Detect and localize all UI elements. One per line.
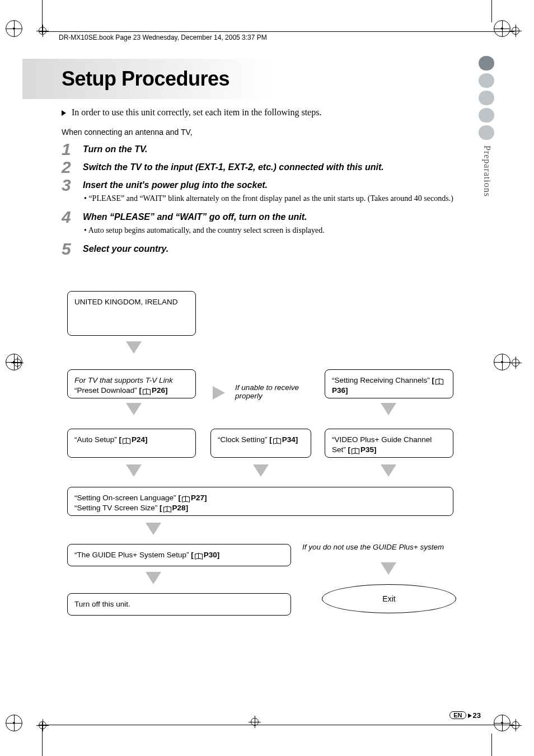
arrow-down-icon xyxy=(126,403,142,415)
section-tab-stack xyxy=(479,56,494,143)
triangle-right-icon xyxy=(468,713,472,718)
page-title: Setup Procedures xyxy=(62,67,229,91)
flow-preset-download-text: “Preset Download” xyxy=(74,386,137,395)
flowchart: UNITED KINGDOM, IRELAND For TV that supp… xyxy=(67,291,467,627)
page-header: DR-MX10SE.book Page 23 Wednesday, Decemb… xyxy=(59,34,267,41)
section-tab-icon xyxy=(479,108,494,123)
book-icon xyxy=(195,552,203,558)
crosshair-icon xyxy=(509,356,522,369)
title-band: Setup Procedures xyxy=(22,59,478,99)
arrow-down-icon xyxy=(381,403,396,415)
flow-guide-text: “The GUIDE Plus+ System Setup” xyxy=(74,551,189,559)
section-tab-icon xyxy=(479,56,494,71)
crosshair-icon xyxy=(36,25,49,37)
registration-mark-icon xyxy=(494,354,510,370)
flow-clock-box: “Clock Setting” [P34] xyxy=(210,429,311,458)
book-icon xyxy=(163,505,171,511)
step-title: When “PLEASE” and “WAIT” go off, turn on… xyxy=(83,212,472,222)
step-number: 5 xyxy=(62,240,71,259)
flow-country-text: UNITED KINGDOM, IRELAND xyxy=(74,298,178,306)
registration-mark-icon xyxy=(6,715,22,731)
book-icon xyxy=(352,447,359,453)
step-title: Turn on the TV. xyxy=(83,144,472,154)
step-body: “PLEASE” and “WAIT” blink alternately on… xyxy=(83,194,472,204)
step-title: Switch the TV to the input (EXT-1, EXT-2… xyxy=(83,162,472,172)
flow-auto-setup-text: “Auto Setup” xyxy=(74,435,117,444)
flow-exit-text: Exit xyxy=(382,594,395,603)
section-tab-icon xyxy=(479,91,494,105)
step-number: 1 xyxy=(62,140,71,159)
registration-mark-icon xyxy=(494,715,510,731)
step-4: 4 When “PLEASE” and “WAIT” go off, turn … xyxy=(62,212,472,236)
book-icon xyxy=(143,388,151,393)
footer-page-number: 23 xyxy=(473,711,481,720)
flow-lang-tvsize-box: “Setting On-screen Language” [P27] “Sett… xyxy=(67,487,453,516)
sub-line: When connecting an antenna and TV, xyxy=(62,128,193,137)
crosshair-icon xyxy=(249,716,261,728)
crop-mark-icon xyxy=(491,0,492,22)
arrow-right-icon xyxy=(213,386,225,400)
section-tab-icon xyxy=(479,73,494,88)
flow-exit-oval: Exit xyxy=(322,584,456,613)
steps-list: 1 Turn on the TV. 2 Switch the TV to the… xyxy=(62,140,472,254)
step-5: 5 Select your country. xyxy=(62,244,472,254)
flow-country-box: UNITED KINGDOM, IRELAND xyxy=(67,291,196,336)
flow-vplus-text: “VIDEO Plus+ Guide Channel Set” xyxy=(332,435,432,454)
flow-unable-receive-note: If unable to receive properly xyxy=(235,383,302,400)
flow-preset-download-ref: P26 xyxy=(152,386,165,395)
page-footer: EN23 xyxy=(449,711,481,720)
arrow-down-icon xyxy=(381,464,396,477)
flow-lang-text: “Setting On-screen Language” xyxy=(74,494,176,502)
section-label: Preparations xyxy=(482,145,492,197)
flow-preset-download-box: For TV that supports T-V Link “Preset Do… xyxy=(67,369,196,398)
registration-mark-icon xyxy=(494,20,510,37)
book-icon xyxy=(435,378,443,383)
crosshair-icon xyxy=(11,356,24,369)
flow-auto-setup-ref: P24 xyxy=(132,435,145,444)
flow-tvsize-ref: P28 xyxy=(172,504,186,512)
flow-auto-setup-box: “Auto Setup” [P24] xyxy=(67,429,196,458)
intro-line: In order to use this unit correctly, set… xyxy=(62,107,321,118)
step-number: 3 xyxy=(62,176,71,195)
registration-mark-icon xyxy=(6,20,22,37)
section-tab-icon xyxy=(479,125,494,140)
divider xyxy=(39,725,514,725)
step-title: Insert the unit's power plug into the so… xyxy=(83,180,472,190)
flow-turn-off-text: Turn off this unit. xyxy=(74,600,130,608)
flow-vplus-box: “VIDEO Plus+ Guide Channel Set” [P35] xyxy=(325,429,453,458)
step-number: 4 xyxy=(62,208,71,227)
flow-clock-text: “Clock Setting” xyxy=(218,435,268,444)
arrow-down-icon xyxy=(253,464,269,477)
flow-vplus-ref: P35 xyxy=(360,445,374,454)
flow-no-guide-note: If you do not use the GUIDE Plus+ system xyxy=(302,543,444,551)
step-body: Auto setup begins automatically, and the… xyxy=(83,226,472,236)
step-title: Select your country. xyxy=(83,244,472,254)
book-icon xyxy=(182,495,190,501)
flow-tvlink-note: For TV that supports T-V Link xyxy=(74,375,189,386)
flow-lang-ref: P27 xyxy=(191,494,204,502)
flow-setting-channels-box: “Setting Receiving Channels” [P36] xyxy=(325,369,453,398)
flow-setting-channels-ref: P36 xyxy=(332,386,345,395)
arrow-down-icon xyxy=(381,562,396,575)
flow-turn-off-box: Turn off this unit. xyxy=(67,593,291,616)
crosshair-icon xyxy=(509,25,522,37)
step-number: 2 xyxy=(62,158,71,177)
intro-text: In order to use this unit correctly, set… xyxy=(72,107,321,117)
flow-tvsize-text: “Setting TV Screen Size” xyxy=(74,504,157,512)
book-icon xyxy=(273,437,281,443)
step-2: 2 Switch the TV to the input (EXT-1, EXT… xyxy=(62,162,472,172)
flow-guide-ref: P30 xyxy=(204,551,217,559)
crosshair-icon xyxy=(36,719,49,731)
crosshair-icon xyxy=(509,719,522,731)
book-icon xyxy=(123,437,130,443)
flow-clock-ref: P34 xyxy=(282,435,296,444)
step-1: 1 Turn on the TV. xyxy=(62,144,472,154)
crop-mark-icon xyxy=(491,734,492,756)
arrow-down-icon xyxy=(146,523,161,535)
flow-setting-channels-text: “Setting Receiving Channels” xyxy=(332,376,430,384)
arrow-down-icon xyxy=(126,464,142,477)
arrow-down-icon xyxy=(146,572,161,584)
step-3: 3 Insert the unit's power plug into the … xyxy=(62,180,472,204)
arrow-down-icon xyxy=(126,341,142,354)
footer-lang: EN xyxy=(449,711,466,719)
